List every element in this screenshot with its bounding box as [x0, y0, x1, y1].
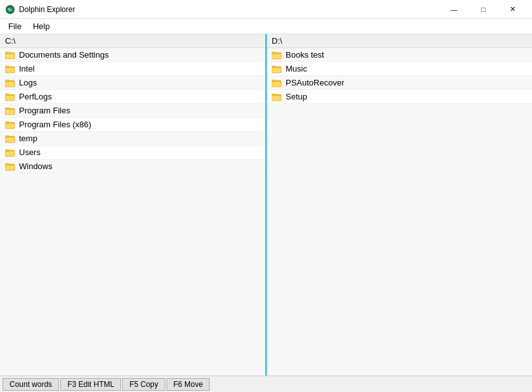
status-btn-f3-edit-html[interactable]: F3 Edit HTML [60, 378, 121, 391]
folder-icon [272, 51, 282, 60]
svg-rect-50 [272, 80, 276, 81]
svg-rect-45 [272, 68, 281, 73]
svg-rect-9 [5, 68, 15, 73]
svg-rect-6 [6, 52, 9, 53]
svg-rect-21 [5, 110, 15, 115]
svg-rect-10 [6, 66, 9, 67]
right-pane: D:\ Books test Music PSAutoRecover [267, 34, 532, 376]
folder-icon [5, 148, 15, 157]
svg-rect-13 [5, 82, 15, 87]
list-item[interactable]: Logs [0, 76, 265, 90]
svg-rect-30 [6, 136, 9, 137]
svg-rect-25 [5, 123, 15, 129]
minimize-button[interactable]: — [440, 0, 469, 19]
left-pane-header: C:\ [0, 34, 265, 48]
list-item[interactable]: Documents and Settings [0, 48, 265, 62]
svg-rect-37 [5, 165, 15, 170]
folder-icon [5, 134, 15, 143]
main-content: C:\ Documents and Settings Intel Logs [0, 34, 532, 376]
svg-rect-26 [6, 122, 9, 123]
folder-icon [5, 106, 15, 115]
svg-rect-5 [5, 54, 15, 59]
list-item[interactable]: temp [0, 132, 265, 146]
title-bar: Dolphin Explorer — □ ✕ [0, 0, 532, 19]
folder-icon [5, 51, 15, 60]
title-bar-left: Dolphin Explorer [5, 4, 75, 15]
menu-item-file[interactable]: File [3, 20, 27, 33]
close-button[interactable]: ✕ [498, 0, 527, 19]
list-item[interactable]: Intel [0, 62, 265, 76]
left-pane-list[interactable]: Documents and Settings Intel Logs PerfLo… [0, 48, 265, 376]
folder-icon [5, 92, 15, 101]
svg-rect-34 [6, 149, 9, 151]
svg-rect-22 [6, 108, 9, 109]
status-btn-f5-copy[interactable]: F5 Copy [122, 378, 165, 391]
svg-rect-41 [272, 54, 281, 59]
right-pane-header: D:\ [267, 34, 532, 48]
svg-rect-29 [5, 137, 15, 142]
svg-rect-42 [272, 52, 276, 53]
status-btn-count-words[interactable]: Count words [3, 378, 59, 391]
svg-rect-14 [6, 80, 9, 81]
left-pane: C:\ Documents and Settings Intel Logs [0, 34, 267, 376]
list-item[interactable]: Windows [0, 160, 265, 174]
folder-icon [272, 79, 282, 87]
app-icon [5, 4, 15, 15]
window-controls: — □ ✕ [440, 0, 527, 19]
list-item[interactable]: Program Files (x86) [0, 118, 265, 132]
svg-rect-54 [272, 94, 276, 95]
folder-icon [5, 65, 15, 73]
list-item[interactable]: Setup [267, 90, 532, 104]
folder-icon [5, 162, 15, 171]
svg-rect-46 [272, 66, 276, 67]
folder-icon [5, 120, 15, 129]
svg-rect-18 [6, 94, 9, 95]
status-bar: Count wordsF3 Edit HTMLF5 CopyF6 Move [0, 376, 532, 392]
list-item[interactable]: Books test [267, 48, 532, 62]
svg-rect-33 [5, 151, 15, 156]
folder-icon [272, 65, 282, 73]
list-item[interactable]: PerfLogs [0, 90, 265, 104]
window-title: Dolphin Explorer [19, 5, 75, 14]
list-item[interactable]: Program Files [0, 104, 265, 118]
svg-rect-49 [272, 82, 281, 87]
list-item[interactable]: PSAutoRecover [267, 76, 532, 90]
menu-item-help[interactable]: Help [27, 20, 56, 33]
svg-rect-38 [6, 163, 9, 165]
list-item[interactable]: Users [0, 146, 265, 160]
status-btn-f6-move[interactable]: F6 Move [167, 378, 210, 391]
folder-icon [5, 79, 15, 87]
folder-icon [272, 92, 282, 101]
list-item[interactable]: Music [267, 62, 532, 76]
right-pane-list[interactable]: Books test Music PSAutoRecover Setup [267, 48, 532, 376]
svg-rect-53 [272, 96, 281, 101]
svg-rect-17 [5, 96, 15, 101]
menu-bar: FileHelp [0, 19, 532, 34]
maximize-button[interactable]: □ [469, 0, 498, 19]
svg-point-2 [8, 8, 10, 9]
